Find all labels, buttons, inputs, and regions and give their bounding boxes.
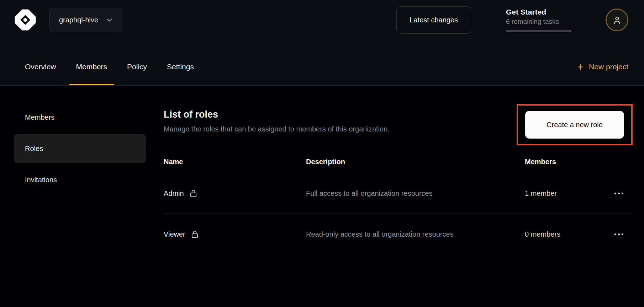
chevron-down-icon	[106, 17, 113, 23]
top-section: graphql-hive Latest changes Get Started …	[0, 0, 644, 86]
sidebar-item-members[interactable]: Members	[14, 103, 146, 132]
column-header-name: Name	[164, 158, 306, 166]
user-icon	[612, 15, 622, 25]
get-started-title: Get Started	[506, 8, 571, 16]
role-members-count: 1 member	[525, 189, 610, 198]
get-started-widget[interactable]: Get Started 6 remaining tasks	[506, 8, 571, 32]
sidebar-item-invitations[interactable]: Invitations	[14, 165, 146, 194]
roles-panel-header: List of roles Manage the roles that can …	[164, 104, 633, 145]
lock-icon	[191, 230, 199, 239]
plus-icon	[577, 63, 584, 71]
org-selector-label: graphql-hive	[59, 16, 98, 24]
page: graphql-hive Latest changes Get Started …	[0, 0, 644, 307]
hive-logo-icon[interactable]	[14, 9, 36, 31]
role-name-cell: Viewer	[164, 230, 306, 239]
table-header-row: Name Description Members	[164, 151, 633, 173]
annotation-highlight-box: Create a new role	[517, 104, 633, 145]
tab-policy[interactable]: Policy	[120, 48, 154, 85]
role-name: Viewer	[164, 230, 185, 238]
hive-logo-svg	[14, 9, 36, 31]
column-header-members: Members	[525, 158, 610, 166]
role-members-count: 0 members	[525, 230, 610, 238]
role-name-cell: Admin	[164, 189, 306, 198]
latest-changes-button[interactable]: Latest changes	[396, 6, 471, 34]
create-role-button[interactable]: Create a new role	[525, 111, 624, 139]
tab-overview[interactable]: Overview	[18, 48, 63, 85]
sidebar-item-roles[interactable]: Roles	[14, 134, 146, 163]
tab-bar: Overview Members Policy Settings New pro…	[0, 40, 644, 85]
role-actions-cell	[614, 233, 633, 235]
page-title: List of roles	[164, 108, 390, 120]
tabs: Overview Members Policy Settings	[18, 48, 201, 85]
table-row-viewer: Viewer Read-only access to all organizat…	[164, 214, 633, 255]
ellipsis-menu-icon[interactable]	[614, 233, 623, 235]
table-row-admin: Admin Full access to all organization re…	[164, 173, 633, 214]
sidebar: Members Roles Invitations	[14, 103, 146, 307]
get-started-subtitle: 6 remaining tasks	[506, 18, 571, 26]
lock-icon	[189, 189, 197, 198]
page-subtitle: Manage the roles that can be assigned to…	[164, 125, 390, 133]
column-header-description: Description	[306, 158, 525, 166]
role-description: Read-only access to all organization res…	[306, 228, 459, 241]
roles-table: Name Description Members Admin	[164, 151, 633, 255]
org-selector[interactable]: graphql-hive	[49, 8, 122, 32]
user-avatar[interactable]	[606, 9, 628, 31]
content: Members Roles Invitations List of roles …	[0, 86, 644, 307]
ellipsis-menu-icon[interactable]	[614, 193, 623, 194]
title-block: List of roles Manage the roles that can …	[164, 108, 390, 133]
roles-panel: List of roles Manage the roles that can …	[164, 103, 633, 307]
tab-settings[interactable]: Settings	[160, 48, 201, 85]
topbar: graphql-hive Latest changes Get Started …	[0, 0, 644, 40]
get-started-progress-track	[506, 30, 571, 32]
tab-members[interactable]: Members	[69, 48, 114, 85]
role-actions-cell	[614, 193, 633, 194]
new-project-label: New project	[589, 63, 628, 71]
role-name: Admin	[164, 189, 184, 198]
role-description: Full access to all organization resource…	[306, 187, 459, 200]
new-project-button[interactable]: New project	[577, 48, 628, 85]
